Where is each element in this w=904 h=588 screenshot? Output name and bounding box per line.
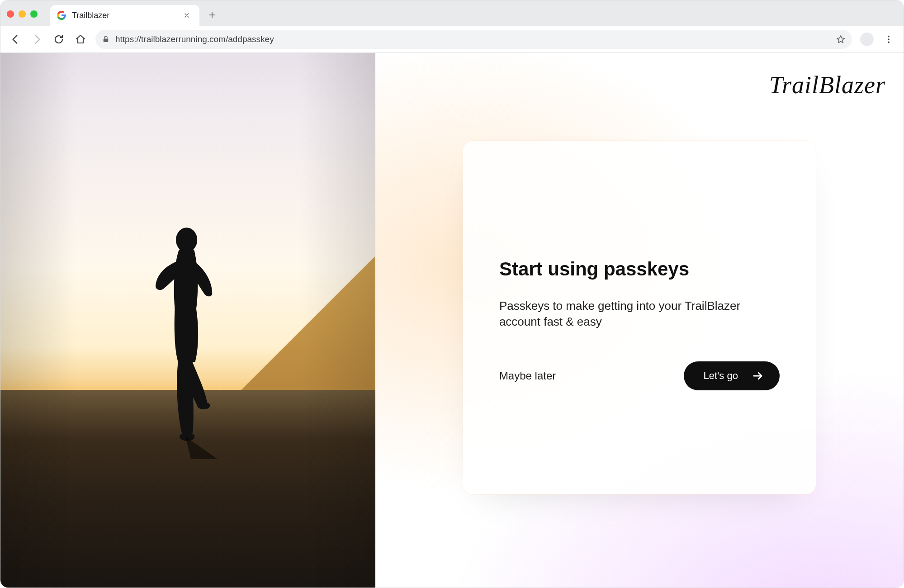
maybe-later-button[interactable]: Maybe later — [499, 370, 556, 382]
card-actions: Maybe later Let's go — [499, 361, 780, 390]
address-bar-url: https://trailblazerrunning.com/addpasske… — [115, 34, 274, 44]
passkey-card: Start using passkeys Passkeys to make ge… — [463, 141, 816, 494]
svg-point-4 — [888, 41, 890, 43]
window-close-button[interactable] — [7, 10, 14, 18]
svg-point-3 — [888, 38, 890, 40]
browser-menu-button[interactable] — [882, 33, 895, 46]
brand-logo: TrailBlazer — [769, 71, 885, 99]
reload-button[interactable] — [52, 33, 66, 46]
address-bar[interactable]: https://trailblazerrunning.com/addpasske… — [95, 30, 852, 49]
svg-rect-1 — [104, 38, 109, 42]
tab-favicon — [57, 10, 66, 20]
home-button[interactable] — [74, 33, 87, 46]
card-heading: Start using passkeys — [499, 258, 780, 280]
tab-close-button[interactable] — [180, 9, 193, 22]
card-subheading: Passkeys to make getting into your Trail… — [499, 298, 753, 330]
page-viewport: TrailBlazer Start using passkeys Passkey… — [0, 53, 904, 588]
tab-strip: Trailblazer — [0, 0, 904, 26]
window-minimize-button[interactable] — [19, 10, 26, 18]
bookmark-star-icon[interactable] — [836, 34, 846, 44]
lock-icon — [102, 35, 110, 43]
lets-go-button[interactable]: Let's go — [684, 361, 780, 390]
browser-tab[interactable]: Trailblazer — [50, 5, 199, 26]
arrow-right-icon — [752, 370, 764, 382]
window-controls — [7, 10, 38, 18]
hero-image — [0, 53, 375, 588]
back-button[interactable] — [9, 33, 22, 46]
browser-toolbar: https://trailblazerrunning.com/addpasske… — [0, 26, 904, 53]
content-panel: TrailBlazer Start using passkeys Passkey… — [375, 53, 904, 588]
svg-point-2 — [888, 35, 890, 37]
window-maximize-button[interactable] — [30, 10, 38, 18]
tab-title: Trailblazer — [72, 11, 175, 20]
forward-button[interactable] — [30, 33, 44, 46]
profile-avatar-button[interactable] — [860, 33, 874, 46]
new-tab-button[interactable] — [204, 7, 220, 23]
browser-window: Trailblazer https://trailblazerrunning.c… — [0, 0, 904, 588]
lets-go-label: Let's go — [704, 370, 738, 382]
